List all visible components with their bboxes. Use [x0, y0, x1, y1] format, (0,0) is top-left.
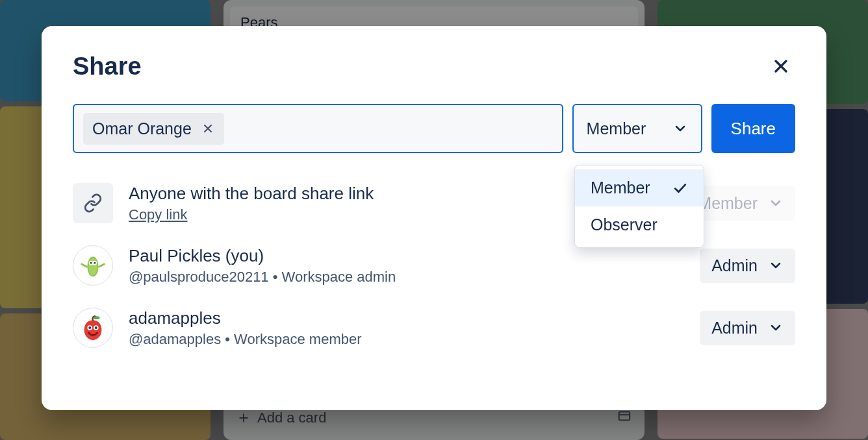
chevron-down-icon [768, 195, 784, 211]
avatar [73, 245, 113, 286]
check-icon [672, 180, 688, 196]
role-badge-label: Admin [711, 256, 758, 275]
share-button[interactable]: Share [711, 104, 795, 153]
dropdown-option-label: Member [591, 178, 650, 197]
member-role-select[interactable]: Admin [700, 249, 795, 283]
chevron-down-icon [768, 320, 784, 336]
chevron-down-icon [672, 121, 688, 136]
dropdown-option-member[interactable]: Member [575, 169, 704, 206]
close-icon [771, 56, 791, 77]
dropdown-option-label: Observer [591, 215, 657, 234]
role-badge-label: Member [698, 194, 758, 213]
close-icon [201, 122, 214, 135]
link-icon [73, 183, 113, 223]
svg-line-14 [82, 264, 87, 267]
share-modal: Share Omar Orange Member Share Member [42, 26, 826, 410]
member-subtext: @adamapples • Workspace member [129, 331, 362, 348]
remove-chip-button[interactable] [201, 121, 215, 136]
svg-line-15 [99, 264, 105, 267]
chevron-down-icon [768, 258, 784, 273]
member-row: adamapples @adamapples • Workspace membe… [73, 308, 795, 348]
copy-link-button[interactable]: Copy link [129, 206, 187, 223]
svg-point-13 [94, 262, 96, 264]
svg-point-20 [95, 326, 97, 329]
svg-point-12 [90, 262, 92, 264]
member-chip-name: Omar Orange [92, 119, 192, 138]
svg-point-19 [88, 326, 91, 329]
member-subtext: @paulsproduce20211 • Workspace admin [129, 269, 396, 286]
share-link-title: Anyone with the board share link [129, 184, 374, 204]
role-select[interactable]: Member [572, 104, 702, 153]
role-select-label: Member [587, 119, 646, 138]
avatar [73, 308, 113, 348]
member-name: adamapples [129, 308, 362, 328]
svg-point-16 [94, 316, 100, 319]
close-button[interactable] [767, 52, 795, 80]
member-row: Paul Pickles (you) @paulsproduce20211 • … [73, 245, 795, 286]
svg-point-9 [88, 258, 97, 276]
member-name: Paul Pickles (you) [129, 246, 396, 266]
dropdown-option-observer[interactable]: Observer [575, 206, 704, 243]
member-role-select[interactable]: Admin [700, 311, 795, 345]
modal-title: Share [73, 53, 142, 80]
member-chip: Omar Orange [83, 113, 224, 145]
role-dropdown: Member Observer [574, 165, 704, 248]
invite-member-input[interactable]: Omar Orange [73, 104, 563, 153]
role-badge-label: Admin [711, 319, 758, 337]
